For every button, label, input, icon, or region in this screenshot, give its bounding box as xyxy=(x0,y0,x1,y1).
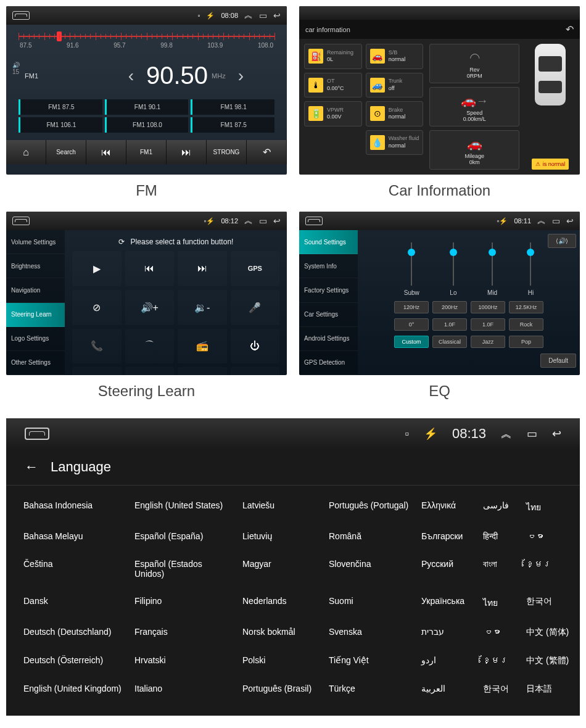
power-button[interactable]: ⏻ xyxy=(231,329,280,364)
language-item[interactable]: Dansk xyxy=(19,587,130,618)
language-item[interactable]: Čeština xyxy=(19,550,130,587)
eq-button[interactable]: Custom xyxy=(394,336,429,348)
eq-button[interactable]: 200Hz xyxy=(432,301,467,313)
eq-slider-hi[interactable]: Hi xyxy=(528,242,534,296)
language-item[interactable]: Español (Estados Unidos) xyxy=(130,550,237,587)
sidebar-tab[interactable]: Brightness xyxy=(6,254,65,278)
eq-slider-mid[interactable]: Mid xyxy=(487,242,497,296)
language-item[interactable]: Português (Portugal) xyxy=(324,492,416,523)
language-item[interactable]: Suomi xyxy=(324,587,416,618)
back-icon[interactable]: ↩ xyxy=(273,10,281,20)
preset-button[interactable]: FM1 108.0 xyxy=(105,117,189,133)
language-item[interactable]: English (United Kingdom) xyxy=(19,675,130,703)
language-item[interactable]: Svenska xyxy=(324,618,416,647)
seek-prev-button[interactable]: ⏮ xyxy=(86,140,126,164)
recent-icon[interactable]: ▭ xyxy=(527,427,537,441)
language-item[interactable]: Türkçe xyxy=(324,675,416,703)
language-item[interactable]: English (United States) xyxy=(130,492,237,523)
sidebar-tab[interactable]: System Info xyxy=(299,254,358,278)
language-item[interactable]: اردو xyxy=(416,647,478,675)
sidebar-tab[interactable]: Sound Settings xyxy=(299,230,358,254)
preset-button[interactable]: FM1 87.5 xyxy=(191,117,274,133)
language-item[interactable]: Bahasa Melayu xyxy=(19,523,130,550)
mode-button[interactable]: MODE xyxy=(231,367,280,375)
recent-icon[interactable]: ▭ xyxy=(259,216,267,226)
language-item[interactable]: Română xyxy=(324,523,416,550)
back-icon[interactable]: ↩ xyxy=(552,427,561,441)
back-icon[interactable]: ↩ xyxy=(273,216,281,226)
language-item[interactable]: עברית xyxy=(416,618,478,647)
mute-button[interactable]: ⊘ xyxy=(72,290,122,325)
eq-button[interactable]: 1.0F xyxy=(471,318,505,331)
sidebar-tab[interactable]: Car Settings xyxy=(299,303,358,327)
search-button[interactable]: Search xyxy=(46,140,86,164)
recent-icon[interactable]: ▭ xyxy=(259,10,267,20)
language-item[interactable]: Nederlands xyxy=(237,587,324,618)
language-item[interactable]: ไทย xyxy=(478,587,521,618)
play-button[interactable]: ▶ xyxy=(72,251,122,286)
recent-icon[interactable]: ▭ xyxy=(552,216,560,226)
next-button[interactable]: ⏭ xyxy=(178,251,227,286)
language-item[interactable]: Tiếng Việt xyxy=(324,647,416,675)
default-button[interactable]: Default xyxy=(540,354,576,368)
up-icon[interactable]: ︽ xyxy=(501,426,512,441)
sidebar-tab[interactable]: Android Settings xyxy=(299,327,358,351)
balance-button[interactable]: ⟨🔊⟩ xyxy=(548,234,576,248)
sidebar-tab[interactable]: Logo Settings xyxy=(6,327,65,351)
eq-button[interactable]: Classical xyxy=(432,336,467,348)
language-item[interactable]: Slovenčina xyxy=(324,550,416,587)
back-icon[interactable]: ↩ xyxy=(566,216,574,226)
language-item[interactable]: 日本語 xyxy=(521,675,577,703)
music-button[interactable]: ♪ xyxy=(125,367,175,375)
language-item[interactable]: ဗမာ xyxy=(521,523,577,550)
sidebar-tab[interactable]: Other Settings xyxy=(6,351,65,375)
language-item[interactable]: Filipino xyxy=(130,587,237,618)
language-item[interactable]: Italiano xyxy=(130,675,237,703)
radio-button[interactable]: 📻 xyxy=(178,329,227,364)
call-button[interactable]: 📞 xyxy=(72,329,122,364)
language-item[interactable]: Українська xyxy=(416,587,478,618)
home-button[interactable]: ⌂ xyxy=(72,367,122,375)
eq-button[interactable]: Jazz xyxy=(471,336,505,348)
hangup-button[interactable]: ⌒ xyxy=(125,329,175,364)
vol-down-button[interactable]: 🔉- xyxy=(178,290,227,325)
vol-up-button[interactable]: 🔊+ xyxy=(125,290,175,325)
band-button[interactable]: FM1 xyxy=(126,140,167,164)
refresh-icon[interactable]: ⟳ xyxy=(118,238,125,246)
back-icon[interactable]: ↶ xyxy=(566,23,574,35)
up-icon[interactable]: ︽ xyxy=(537,215,546,226)
language-item[interactable]: 한국어 xyxy=(521,587,577,618)
language-item[interactable]: Български xyxy=(416,523,478,550)
language-item[interactable]: 한국어 xyxy=(478,675,521,703)
language-item[interactable]: Français xyxy=(130,618,237,647)
prev-button[interactable]: ⏮ xyxy=(125,251,175,286)
back-button[interactable]: ↶ xyxy=(247,140,287,164)
home-button[interactable]: ⌂ xyxy=(6,140,46,164)
disp-button[interactable]: DISP xyxy=(178,367,227,375)
up-icon[interactable]: ︽ xyxy=(244,10,253,21)
eq-slider-subw[interactable]: Subw xyxy=(404,242,419,296)
preset-button[interactable]: FM1 106.1 xyxy=(19,117,102,133)
language-item[interactable]: বাংলা xyxy=(478,550,521,587)
language-item[interactable]: हिन्दी xyxy=(478,523,521,550)
language-item[interactable]: Deutsch (Österreich) xyxy=(19,647,130,675)
eq-button[interactable]: Rock xyxy=(509,318,543,331)
language-item[interactable]: Norsk bokmål xyxy=(237,618,324,647)
eq-button[interactable]: Pop xyxy=(509,336,543,348)
sidebar-tab[interactable]: Steering Learn xyxy=(6,303,65,327)
language-item[interactable]: ไทย xyxy=(521,492,577,523)
preset-button[interactable]: FM1 98.1 xyxy=(191,99,274,115)
eq-button[interactable]: 0° xyxy=(394,318,429,331)
eq-button[interactable]: 12.5KHz xyxy=(509,301,543,313)
language-item[interactable]: 中文 (简体) xyxy=(521,618,577,647)
language-item[interactable]: Ελληνικά xyxy=(416,492,478,523)
language-item[interactable]: ខ្មែរ xyxy=(521,550,577,587)
language-item[interactable]: العربية xyxy=(416,675,478,703)
language-item[interactable]: ខ្មែរ xyxy=(478,647,521,675)
seek-next-button[interactable]: ⏭ xyxy=(167,140,207,164)
eq-button[interactable]: 120Hz xyxy=(394,301,429,313)
language-item[interactable]: Latviešu xyxy=(237,492,324,523)
eq-button[interactable]: 1.0F xyxy=(432,318,467,331)
language-item[interactable]: 中文 (繁體) xyxy=(521,647,577,675)
eq-button[interactable]: 1000Hz xyxy=(471,301,505,313)
